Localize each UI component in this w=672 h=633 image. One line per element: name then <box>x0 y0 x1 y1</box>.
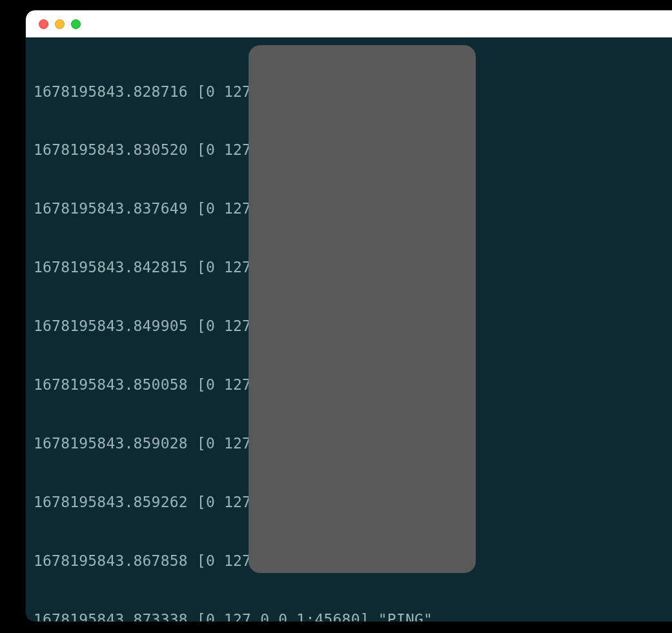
log-line: 1678195843.873338 [0 127.0.0.1:45680] "P… <box>34 610 664 621</box>
minimize-icon[interactable] <box>55 19 65 29</box>
titlebar <box>26 10 672 37</box>
terminal-window: 1678195843.828716 [0 127.0.0.1:45682] "D… <box>26 10 672 621</box>
maximize-icon[interactable] <box>71 19 81 29</box>
close-icon[interactable] <box>39 19 48 29</box>
redaction-overlay <box>249 45 476 573</box>
